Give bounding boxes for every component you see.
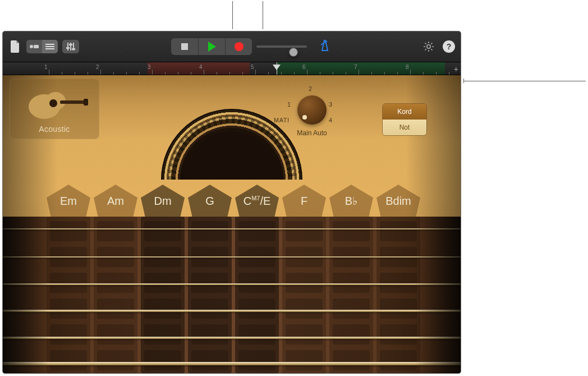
- gear-icon: [423, 41, 434, 52]
- chord-label: Am: [107, 195, 124, 208]
- master-volume-slider[interactable]: [256, 45, 307, 48]
- view-segmented-control[interactable]: [26, 40, 58, 53]
- ruler-bar-label: 4: [199, 64, 203, 70]
- callout-line-record: [263, 1, 263, 29]
- svg-rect-1: [34, 45, 39, 48]
- document-icon: [10, 40, 20, 53]
- chord-note-switch[interactable]: Kord Not: [382, 103, 427, 136]
- svg-rect-8: [66, 47, 70, 49]
- svg-rect-24: [60, 100, 87, 104]
- track-controls-button[interactable]: [62, 40, 79, 53]
- autoplay-control: MATI 1 2 3 4 Main Auto: [275, 93, 348, 137]
- svg-point-12: [427, 45, 430, 48]
- autoplay-tick-2: 2: [309, 85, 312, 92]
- chord-strip-g[interactable]: G: [188, 185, 232, 217]
- ruler-bar-label: 8: [406, 64, 409, 70]
- chord-label: B♭: [345, 194, 357, 208]
- instrument-name-label: Acoustic: [39, 121, 70, 139]
- chord-strip: EmAmDmGCM7/EFB♭Bdim: [3, 185, 461, 217]
- ruler-bar-label: 7: [354, 64, 357, 70]
- ruler-bar-label: 1: [44, 64, 48, 70]
- ruler-bar-label: 6: [302, 64, 306, 70]
- svg-rect-5: [67, 43, 68, 51]
- help-button[interactable]: ?: [443, 40, 455, 53]
- song-settings-button[interactable]: [422, 40, 435, 53]
- fretboard: [3, 217, 461, 373]
- callout-line-ruler: [463, 81, 586, 81]
- svg-line-17: [425, 43, 426, 44]
- play-icon: [208, 42, 216, 52]
- mode-chord-button[interactable]: Kord: [383, 104, 426, 120]
- chord-strip-b[interactable]: B♭: [329, 185, 373, 217]
- callout-tick-ruler: [463, 79, 464, 83]
- control-bar: ?: [3, 31, 461, 62]
- chord-label: Bdim: [385, 195, 411, 208]
- chord-strip-f[interactable]: F: [282, 185, 326, 217]
- chord-strip-dm[interactable]: Dm: [141, 185, 185, 217]
- my-songs-button[interactable]: [8, 39, 22, 54]
- chord-strip-em[interactable]: Em: [47, 185, 90, 217]
- ruler-bar-label: 3: [148, 64, 151, 70]
- app-frame: ? 12345678 + Acoustic: [2, 31, 461, 374]
- svg-line-19: [431, 43, 432, 44]
- svg-point-23: [49, 99, 57, 107]
- help-label: ?: [447, 42, 452, 51]
- autoplay-tick-1: 1: [287, 101, 291, 108]
- chord-strip-am[interactable]: Am: [94, 185, 137, 217]
- tracks-view-button[interactable]: [42, 40, 58, 53]
- metronome-icon: [319, 39, 330, 52]
- svg-point-0: [30, 45, 33, 48]
- metronome-button[interactable]: [319, 39, 330, 54]
- ruler-cycle-region-b[interactable]: [277, 62, 445, 75]
- touch-instrument-surface: Acoustic MATI 1 2 3 4 Main Auto Kord Not…: [3, 75, 461, 373]
- ruler-bar-label: 5: [251, 64, 254, 70]
- svg-rect-2: [45, 44, 54, 45]
- stop-icon: [181, 43, 188, 50]
- chord-label: Dm: [154, 195, 171, 208]
- svg-rect-9: [69, 44, 72, 45]
- mixer-icon: [66, 42, 75, 51]
- chord-strip-cm7e[interactable]: CM7/E: [235, 185, 279, 217]
- svg-line-18: [431, 49, 432, 50]
- volume-thumb[interactable]: [289, 48, 298, 57]
- chord-label: G: [205, 195, 214, 208]
- acoustic-guitar-icon: [21, 82, 88, 121]
- record-icon: [235, 42, 244, 51]
- chord-label: Em: [60, 195, 77, 208]
- chord-label: F: [301, 195, 307, 208]
- instrument-selector[interactable]: Acoustic: [10, 79, 99, 139]
- instrument-browser-button[interactable]: [26, 40, 42, 53]
- add-section-button[interactable]: +: [454, 65, 458, 74]
- svg-rect-4: [45, 48, 54, 49]
- list-icon: [45, 43, 54, 50]
- chord-label: CM7/E: [244, 195, 271, 208]
- transport-controls: [171, 38, 252, 55]
- autoplay-tick-4: 4: [329, 117, 332, 123]
- callout-line-play: [232, 1, 233, 29]
- autoplay-off-label: MATI: [274, 117, 289, 123]
- browser-icon: [29, 43, 39, 50]
- ruler[interactable]: 12345678 +: [3, 62, 461, 75]
- svg-rect-25: [84, 99, 88, 106]
- stop-button[interactable]: [171, 38, 198, 55]
- ruler-cycle-region-a[interactable]: [148, 62, 250, 75]
- svg-rect-3: [45, 46, 54, 47]
- ruler-bar-label: 2: [96, 64, 99, 70]
- autoplay-knob[interactable]: [297, 95, 327, 125]
- play-button[interactable]: [198, 38, 225, 55]
- svg-rect-10: [72, 48, 75, 50]
- autoplay-title: Main Auto: [275, 129, 348, 137]
- chord-strip-bdim[interactable]: Bdim: [376, 185, 420, 217]
- svg-line-20: [425, 49, 426, 50]
- autoplay-tick-3: 3: [329, 101, 332, 108]
- mode-note-button[interactable]: Not: [383, 120, 426, 135]
- record-button[interactable]: [225, 38, 252, 55]
